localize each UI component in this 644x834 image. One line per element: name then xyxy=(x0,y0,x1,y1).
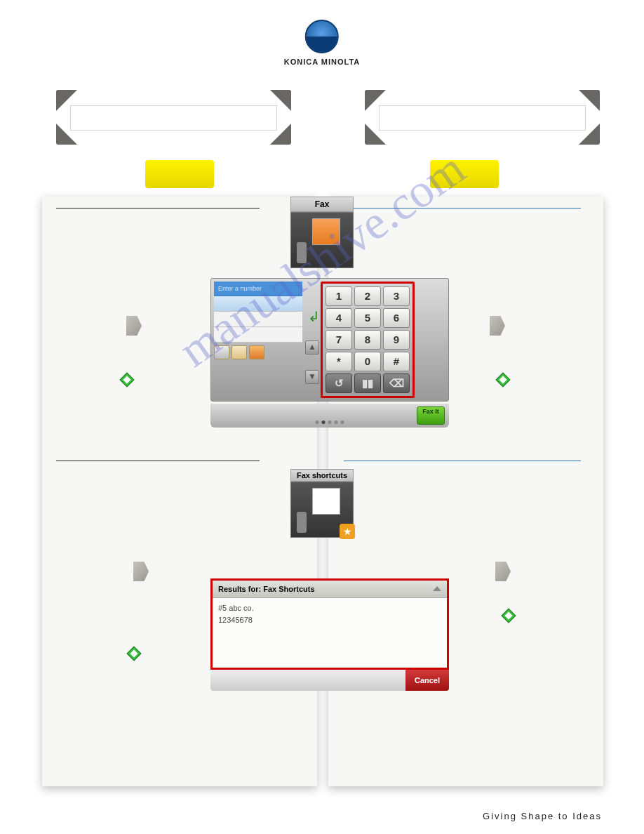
brand-logo: KONICA MINOLTA xyxy=(284,20,361,66)
star-badge-icon: ★ xyxy=(340,524,355,539)
key-2[interactable]: 2 xyxy=(354,286,381,306)
number-input[interactable]: Enter a number xyxy=(214,282,302,296)
key-backspace[interactable]: ⌫ xyxy=(383,373,410,393)
result-row[interactable]: #5 abc co. xyxy=(218,602,441,614)
section-divider xyxy=(344,461,581,461)
results-header[interactable]: Results for: Fax Shortcuts xyxy=(213,581,447,598)
fax-machine-icon xyxy=(290,212,354,268)
brand-name: KONICA MINOLTA xyxy=(284,58,361,66)
recipient-row[interactable] xyxy=(214,296,302,312)
highlight-tag xyxy=(145,160,214,188)
document-tab-icon[interactable] xyxy=(249,345,264,359)
highlight-tag xyxy=(430,160,499,188)
key-pause[interactable]: ▮▮ xyxy=(354,373,381,393)
key-1[interactable]: 1 xyxy=(326,286,352,306)
fax-keypad-panel: Enter a number ↲ ▲ ▼ 1 2 3 4 5 6 7 xyxy=(210,278,449,428)
key-8[interactable]: 8 xyxy=(354,330,381,350)
enter-arrow-icon[interactable]: ↲ xyxy=(308,308,321,325)
key-9[interactable]: 9 xyxy=(383,330,410,350)
scroll-up-button[interactable]: ▲ xyxy=(305,340,319,355)
search-tab-icon[interactable] xyxy=(232,345,247,359)
fax-app-title: Fax xyxy=(290,197,354,212)
numeric-keypad: 1 2 3 4 5 6 7 8 9 * 0 # ↺ ▮▮ ⌫ xyxy=(321,282,415,398)
step-arrow-icon xyxy=(126,316,142,336)
key-star[interactable]: * xyxy=(326,352,352,371)
start-icon xyxy=(126,646,142,664)
favorites-tab-icon[interactable] xyxy=(214,345,229,359)
step-arrow-icon xyxy=(133,562,149,581)
fax-machine-icon: ★ xyxy=(290,482,354,538)
key-5[interactable]: 5 xyxy=(354,308,381,328)
key-redial[interactable]: ↺ xyxy=(326,373,352,393)
results-panel: Results for: Fax Shortcuts #5 abc co. 12… xyxy=(210,578,449,691)
start-icon xyxy=(501,608,516,626)
key-3[interactable]: 3 xyxy=(383,286,410,306)
section-divider xyxy=(56,208,260,208)
step-arrow-icon xyxy=(490,316,505,336)
key-6[interactable]: 6 xyxy=(383,308,410,328)
key-hash[interactable]: # xyxy=(383,352,410,371)
header-frame-right xyxy=(365,90,600,145)
fax-shortcuts-tile[interactable]: Fax shortcuts ★ xyxy=(290,469,354,538)
start-icon xyxy=(495,372,511,390)
fax-shortcuts-title: Fax shortcuts xyxy=(290,469,354,482)
cancel-button[interactable]: Cancel xyxy=(405,670,449,691)
fax-app-tile[interactable]: Fax xyxy=(290,197,354,268)
fax-it-button[interactable]: Fax It xyxy=(417,406,445,425)
step-arrow-icon xyxy=(495,562,511,581)
recipient-row[interactable] xyxy=(214,327,302,343)
result-row[interactable]: 12345678 xyxy=(218,614,441,626)
pager-dots xyxy=(316,421,344,424)
section-divider xyxy=(344,208,581,208)
footer-tagline: Giving Shape to Ideas xyxy=(483,811,602,821)
header-frame-left xyxy=(56,90,291,145)
recipient-row[interactable] xyxy=(214,312,302,327)
section-divider xyxy=(56,461,260,461)
key-7[interactable]: 7 xyxy=(326,330,352,350)
start-icon xyxy=(119,372,135,390)
key-0[interactable]: 0 xyxy=(354,352,381,371)
scroll-down-button[interactable]: ▼ xyxy=(305,370,319,384)
logo-mark-icon xyxy=(305,20,339,53)
key-4[interactable]: 4 xyxy=(326,308,352,328)
sort-up-icon[interactable] xyxy=(433,586,441,591)
